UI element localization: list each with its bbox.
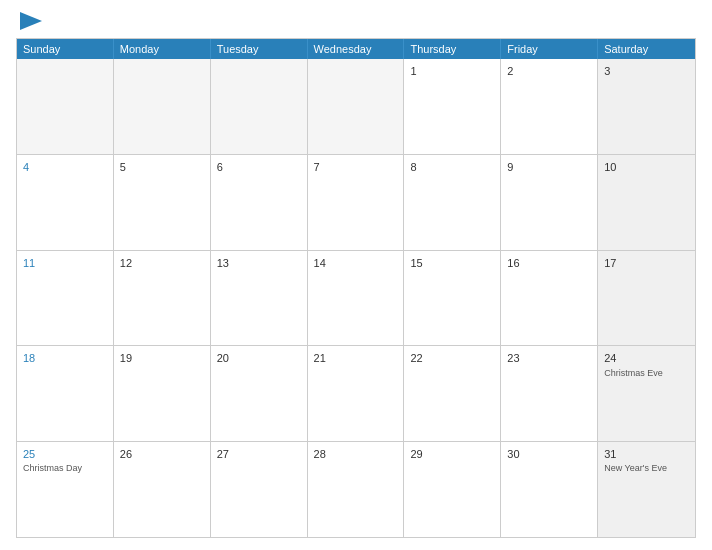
week-row: 25Christmas Day262728293031New Year's Ev… [17, 442, 695, 537]
day-cell: 14 [308, 251, 405, 346]
day-header-tuesday: Tuesday [211, 39, 308, 59]
day-cell: 3 [598, 59, 695, 154]
day-number: 30 [507, 447, 591, 461]
day-cell: 22 [404, 346, 501, 441]
day-cell: 16 [501, 251, 598, 346]
day-number: 22 [410, 351, 494, 365]
day-cell: 15 [404, 251, 501, 346]
week-row: 123 [17, 59, 695, 155]
day-header-saturday: Saturday [598, 39, 695, 59]
svg-marker-0 [20, 12, 42, 30]
day-cell: 9 [501, 155, 598, 250]
day-number: 26 [120, 447, 204, 461]
day-number: 29 [410, 447, 494, 461]
day-headers-row: SundayMondayTuesdayWednesdayThursdayFrid… [17, 39, 695, 59]
day-cell: 10 [598, 155, 695, 250]
day-cell: 2 [501, 59, 598, 154]
day-number: 25 [23, 447, 107, 461]
logo-flag-icon [20, 12, 42, 30]
day-cell [114, 59, 211, 154]
day-cell: 24Christmas Eve [598, 346, 695, 441]
day-number: 3 [604, 64, 689, 78]
day-number: 16 [507, 256, 591, 270]
day-cell [211, 59, 308, 154]
day-number: 17 [604, 256, 689, 270]
day-number: 7 [314, 160, 398, 174]
holiday-label: Christmas Eve [604, 368, 689, 380]
day-number: 18 [23, 351, 107, 365]
day-number: 9 [507, 160, 591, 174]
day-number: 28 [314, 447, 398, 461]
day-cell [17, 59, 114, 154]
day-cell: 27 [211, 442, 308, 537]
holiday-label: Christmas Day [23, 463, 107, 475]
day-cell: 18 [17, 346, 114, 441]
logo [16, 12, 42, 30]
day-number: 24 [604, 351, 689, 365]
weeks-container: 123456789101112131415161718192021222324C… [17, 59, 695, 537]
day-number: 23 [507, 351, 591, 365]
day-cell: 7 [308, 155, 405, 250]
day-header-wednesday: Wednesday [308, 39, 405, 59]
day-number: 21 [314, 351, 398, 365]
day-cell: 23 [501, 346, 598, 441]
week-row: 45678910 [17, 155, 695, 251]
week-row: 11121314151617 [17, 251, 695, 347]
day-cell: 12 [114, 251, 211, 346]
day-number: 6 [217, 160, 301, 174]
day-cell: 30 [501, 442, 598, 537]
day-cell: 21 [308, 346, 405, 441]
day-cell: 29 [404, 442, 501, 537]
day-number: 4 [23, 160, 107, 174]
holiday-label: New Year's Eve [604, 463, 689, 475]
day-header-monday: Monday [114, 39, 211, 59]
day-cell: 28 [308, 442, 405, 537]
day-header-thursday: Thursday [404, 39, 501, 59]
day-cell: 6 [211, 155, 308, 250]
day-cell: 25Christmas Day [17, 442, 114, 537]
day-number: 10 [604, 160, 689, 174]
day-cell: 26 [114, 442, 211, 537]
day-number: 11 [23, 256, 107, 270]
day-cell: 8 [404, 155, 501, 250]
day-number: 8 [410, 160, 494, 174]
day-number: 13 [217, 256, 301, 270]
calendar-page: SundayMondayTuesdayWednesdayThursdayFrid… [0, 0, 712, 550]
day-cell: 11 [17, 251, 114, 346]
day-cell: 1 [404, 59, 501, 154]
day-number: 19 [120, 351, 204, 365]
day-number: 1 [410, 64, 494, 78]
day-cell: 4 [17, 155, 114, 250]
calendar-grid: SundayMondayTuesdayWednesdayThursdayFrid… [16, 38, 696, 538]
day-cell: 13 [211, 251, 308, 346]
day-header-friday: Friday [501, 39, 598, 59]
day-cell: 5 [114, 155, 211, 250]
day-header-sunday: Sunday [17, 39, 114, 59]
day-number: 14 [314, 256, 398, 270]
day-number: 12 [120, 256, 204, 270]
day-number: 27 [217, 447, 301, 461]
header [16, 12, 696, 30]
day-cell: 17 [598, 251, 695, 346]
day-number: 2 [507, 64, 591, 78]
day-number: 20 [217, 351, 301, 365]
day-cell: 20 [211, 346, 308, 441]
week-row: 18192021222324Christmas Eve [17, 346, 695, 442]
day-number: 15 [410, 256, 494, 270]
day-number: 5 [120, 160, 204, 174]
day-cell [308, 59, 405, 154]
day-cell: 31New Year's Eve [598, 442, 695, 537]
day-cell: 19 [114, 346, 211, 441]
day-number: 31 [604, 447, 689, 461]
